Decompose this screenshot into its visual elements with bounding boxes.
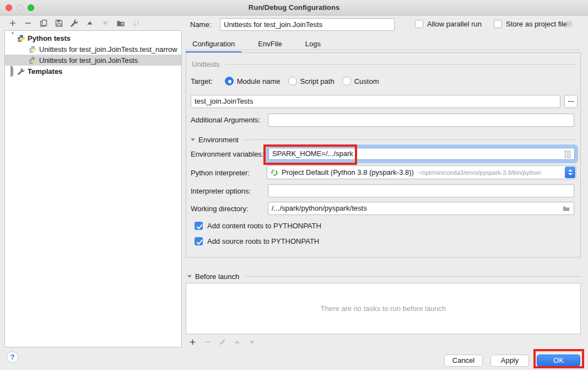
radio-icon[interactable] — [342, 77, 351, 85]
plus-icon — [8, 19, 17, 28]
tree-item-unittests-test-narrow[interactable]: Unittests for test_join.JoinTests.test_n… — [5, 44, 181, 55]
move-task-down-button — [247, 337, 257, 347]
python-tests-icon — [17, 34, 25, 42]
tree-item-label: Unittests for test_join.JoinTests — [39, 56, 138, 65]
move-down-button — [100, 18, 110, 28]
chevron-right-icon[interactable] — [10, 66, 13, 77]
checkbox-checked-icon[interactable] — [195, 222, 203, 230]
combo-stepper-button[interactable] — [565, 167, 575, 178]
target-row: Target: Module name Script path Custom — [191, 77, 386, 85]
name-input[interactable]: Unittests for test_join.JoinTests — [220, 18, 395, 31]
tree-item-python-tests[interactable]: Python tests — [5, 33, 181, 44]
save-configuration-button[interactable] — [54, 18, 64, 28]
environment-section-header[interactable]: Environment — [191, 136, 575, 144]
chevron-up-icon — [568, 169, 573, 171]
target-input[interactable]: test_join.JoinTests — [191, 95, 560, 108]
minimize-window-button — [17, 4, 23, 11]
store-as-project-file-label: Store as project file — [506, 20, 567, 28]
target-custom-radio[interactable]: Custom — [342, 77, 379, 85]
checkbox-checked-icon[interactable] — [195, 237, 203, 245]
window-title: Run/Debug Configurations — [249, 3, 339, 12]
pencil-icon — [218, 338, 226, 346]
working-directory-value: /.../spark/python/pyspark/tests — [272, 204, 367, 212]
before-launch-header[interactable]: Before launch — [187, 272, 581, 281]
python-config-icon — [29, 56, 37, 65]
remove-task-button — [202, 337, 212, 347]
environment-variables-value: SPARK_HOME=/.../spark — [272, 149, 353, 158]
tree-item-label: Python tests — [28, 34, 71, 42]
target-label: Target: — [191, 77, 213, 85]
folder-add-icon — [116, 19, 125, 28]
checkbox-icon[interactable] — [494, 20, 502, 28]
python-interpreter-select[interactable]: Project Default (Python 3.8 (pyspark-3.8… — [267, 165, 576, 179]
remove-configuration-button[interactable] — [23, 18, 33, 28]
zoom-window-button[interactable] — [28, 4, 34, 11]
chevron-down-icon[interactable] — [187, 275, 192, 278]
add-content-roots-checkbox[interactable]: Add content roots to PYTHONPATH — [195, 222, 321, 230]
ok-button[interactable]: OK — [537, 355, 580, 367]
unittests-group-separator: Unittests — [192, 60, 575, 68]
close-window-button[interactable] — [6, 4, 12, 11]
browse-target-button[interactable]: ... — [564, 95, 578, 108]
target-module-name-radio[interactable]: Module name — [225, 77, 280, 85]
unittests-group-label: Unittests — [192, 60, 220, 68]
configurations-tree: Python tests Unittests for test_join.Joi… — [4, 30, 182, 347]
name-label: Name: — [190, 20, 211, 29]
checkbox-icon[interactable] — [415, 20, 423, 28]
environment-variables-input[interactable]: SPARK_HOME=/.../spark — [268, 148, 575, 160]
conda-env-icon — [271, 169, 278, 176]
chevron-down-icon[interactable] — [191, 138, 195, 141]
store-as-project-file-checkbox[interactable]: Store as project file — [494, 20, 567, 28]
wrench-icon — [70, 19, 79, 28]
browse-directory-button[interactable] — [562, 205, 570, 212]
gear-icon — [565, 20, 574, 29]
working-directory-label: Working directory: — [191, 205, 249, 213]
tree-item-templates[interactable]: Templates — [5, 66, 181, 77]
add-content-roots-label: Add content roots to PYTHONPATH — [207, 222, 321, 230]
python-interpreter-value: Project Default (Python 3.8 (pyspark-3.8… — [282, 168, 414, 176]
move-task-up-button — [232, 337, 242, 347]
radio-selected-icon[interactable] — [225, 77, 234, 85]
add-source-roots-checkbox[interactable]: Add source roots to PYTHONPATH — [195, 237, 319, 245]
add-configuration-button[interactable] — [8, 18, 18, 28]
cancel-button[interactable]: Cancel — [444, 355, 483, 367]
before-launch-label: Before launch — [195, 272, 239, 281]
copy-icon — [39, 19, 48, 28]
sort-az-icon — [132, 19, 141, 28]
target-script-path-radio[interactable]: Script path — [288, 77, 335, 85]
radio-icon[interactable] — [288, 77, 297, 85]
tree-item-label: Unittests for test_join.JoinTests.test_n… — [39, 45, 177, 53]
copy-configuration-button[interactable] — [39, 18, 48, 28]
tab-bar: Configuration EnvFile Logs — [186, 37, 327, 53]
allow-parallel-run-checkbox[interactable]: Allow parallel run — [415, 20, 482, 28]
minus-icon — [24, 19, 33, 28]
interpreter-options-input[interactable] — [268, 184, 574, 197]
allow-parallel-run-label: Allow parallel run — [427, 20, 482, 28]
configuration-panel: Unittests Target: Module name Script pat… — [186, 52, 581, 258]
tab-envfile[interactable]: EnvFile — [251, 37, 288, 53]
additional-arguments-label: Additional Arguments: — [191, 116, 260, 124]
working-directory-input[interactable]: /.../spark/python/pyspark/tests — [268, 202, 574, 215]
target-script-path-label: Script path — [300, 77, 335, 85]
environment-variables-label: Environment variables: — [191, 150, 263, 158]
edit-templates-button[interactable] — [69, 18, 79, 28]
run-debug-configurations-dialog: Run/Debug Configurations — [0, 0, 588, 370]
add-source-roots-label: Add source roots to PYTHONPATH — [207, 237, 319, 245]
python-config-icon — [29, 45, 37, 53]
move-up-button[interactable] — [85, 18, 95, 28]
minus-icon — [203, 338, 212, 346]
apply-button[interactable]: Apply — [490, 355, 529, 367]
tree-item-unittests-jointests[interactable]: Unittests for test_join.JoinTests — [5, 55, 181, 66]
configurations-toolbar — [8, 18, 141, 28]
edit-variables-button[interactable] — [564, 150, 571, 159]
up-arrow-icon — [85, 19, 94, 28]
save-icon — [55, 19, 63, 28]
help-button[interactable]: ? — [7, 351, 18, 363]
new-folder-button[interactable] — [116, 18, 126, 28]
tab-logs[interactable]: Logs — [299, 37, 327, 53]
chevron-down-icon[interactable] — [10, 33, 15, 42]
add-task-button[interactable] — [187, 337, 197, 347]
tab-configuration[interactable]: Configuration — [186, 37, 241, 53]
store-options-button[interactable] — [565, 20, 574, 29]
additional-arguments-input[interactable] — [268, 114, 574, 127]
